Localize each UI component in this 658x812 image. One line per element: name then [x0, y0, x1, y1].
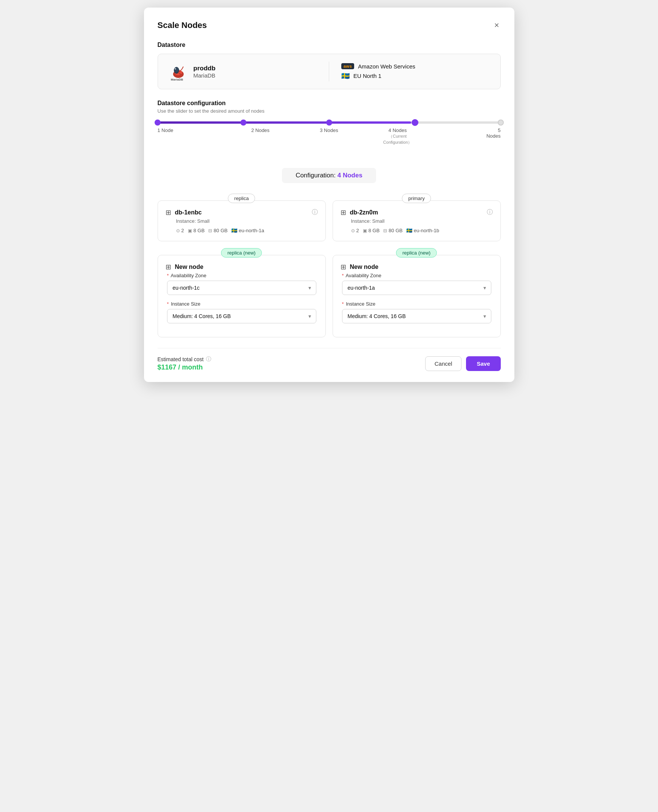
- node-card-wrapper-2: replica (new) ⊞ New node * Availability …: [158, 248, 326, 338]
- config-display-box: Configuration: 4 Nodes: [282, 168, 376, 183]
- node-instance-1: Instance: Small: [351, 218, 493, 224]
- region-row: 🇸🇪 EU North 1: [341, 72, 490, 80]
- slider-label-3: 3 Nodes: [295, 127, 363, 145]
- region-flag: 🇸🇪: [341, 72, 349, 80]
- cost-section: Estimated total cost ⓘ $1167 / month: [158, 356, 211, 371]
- node-badge-3: replica (new): [396, 248, 437, 258]
- config-value: 4 Nodes: [337, 172, 362, 179]
- provider-row: aws Amazon Web Services: [341, 63, 490, 69]
- info-icon-0[interactable]: ⓘ: [312, 208, 318, 216]
- slider-thumb-5[interactable]: [498, 119, 504, 126]
- spec-cpu-1: ⊙ 2: [351, 228, 359, 233]
- size-field-group-2: * Instance Size Small: 2 Cores, 8 GB Med…: [166, 301, 318, 324]
- node-badge-1: primary: [402, 194, 431, 203]
- size-label-3: * Instance Size: [342, 301, 491, 307]
- node-card-header-1: ⊞ db-2zn0m ⓘ: [340, 208, 493, 217]
- slider-label-4: 4 Nodes（CurrentConfiguration）: [363, 127, 432, 145]
- new-node-title-2: New node: [175, 264, 204, 270]
- node-name-row-3: ⊞ New node: [340, 263, 379, 271]
- node-instance-0: Instance: Small: [176, 218, 318, 224]
- config-text: Configuration:: [296, 172, 335, 179]
- db-type: MariaDB: [194, 72, 216, 79]
- modal-footer: Estimated total cost ⓘ $1167 / month Can…: [158, 348, 501, 371]
- node-specs-0: ⊙ 2 ▣ 8 GB ⊟ 80 GB 🇸🇪 eu-north-1a: [176, 228, 318, 233]
- slider-thumb-2[interactable]: [240, 119, 246, 126]
- close-button[interactable]: ×: [493, 20, 501, 31]
- db-name: proddb: [194, 65, 216, 72]
- save-button[interactable]: Save: [466, 356, 500, 371]
- mariadb-logo: MariaDB: [169, 62, 188, 81]
- node-name-row-1: ⊞ db-2zn0m: [340, 208, 378, 217]
- spec-region-1: 🇸🇪 eu-north-1b: [406, 228, 439, 233]
- svg-text:MariaDB: MariaDB: [171, 78, 183, 81]
- az-label-3: * Availability Zone: [342, 273, 491, 278]
- config-subtitle: Use the slider to set the desired amount…: [158, 108, 501, 114]
- node-badge-2: replica (new): [221, 248, 262, 258]
- node-card-1: ⊞ db-2zn0m ⓘ Instance: Small ⊙ 2 ▣ 8 GB …: [332, 201, 501, 241]
- node-name-1: db-2zn0m: [350, 209, 378, 216]
- scale-nodes-modal: Scale Nodes × Datastore MariaDB prod: [144, 8, 514, 382]
- modal-title: Scale Nodes: [158, 20, 207, 30]
- az-label-2: * Availability Zone: [167, 273, 316, 278]
- cost-amount: $1167 / month: [158, 363, 211, 371]
- az-field-group-3: * Availability Zone eu-north-1a eu-north…: [340, 273, 493, 295]
- spec-disk-0: ⊟ 80 GB: [208, 228, 227, 233]
- slider-fill: [158, 121, 412, 124]
- aws-badge: aws: [341, 63, 354, 69]
- footer-buttons: Cancel Save: [425, 356, 501, 371]
- node-card-header-2: ⊞ New node: [166, 263, 318, 271]
- node-name-row-0: ⊞ db-1enbc: [166, 208, 202, 217]
- new-node-title-3: New node: [350, 264, 379, 270]
- provider-name: Amazon Web Services: [358, 63, 415, 69]
- server-icon-1: ⊞: [340, 208, 346, 217]
- slider-thumb-1[interactable]: [155, 119, 161, 126]
- az-field-group-2: * Availability Zone eu-north-1a eu-north…: [166, 273, 318, 295]
- node-card-wrapper-1: primary ⊞ db-2zn0m ⓘ Instance: Small ⊙ 2…: [332, 194, 501, 241]
- spec-ram-1: ▣ 8 GB: [363, 228, 380, 233]
- az-select-3[interactable]: eu-north-1a eu-north-1b eu-north-1c: [342, 281, 491, 295]
- spec-disk-1: ⊟ 80 GB: [383, 228, 403, 233]
- slider-label-2: 2 Nodes: [226, 127, 295, 145]
- node-card-wrapper-3: replica (new) ⊞ New node * Availability …: [332, 248, 501, 338]
- slider-thumb-3[interactable]: [326, 119, 332, 126]
- svg-point-3: [175, 67, 179, 72]
- node-name-row-2: ⊞ New node: [166, 263, 204, 271]
- node-card-3: ⊞ New node * Availability Zone eu-north-…: [332, 255, 501, 338]
- server-icon-0: ⊞: [166, 208, 171, 217]
- node-card-0: ⊞ db-1enbc ⓘ Instance: Small ⊙ 2 ▣ 8 GB …: [158, 201, 326, 241]
- cost-label: Estimated total cost ⓘ: [158, 356, 211, 363]
- cancel-button[interactable]: Cancel: [425, 356, 462, 371]
- node-card-header-0: ⊞ db-1enbc ⓘ: [166, 208, 318, 217]
- size-select-2[interactable]: Small: 2 Cores, 8 GB Medium: 4 Cores, 16…: [167, 309, 316, 324]
- slider-thumb-4[interactable]: [412, 119, 418, 126]
- size-label-2: * Instance Size: [167, 301, 316, 307]
- slider-container: 1 Node 2 Nodes 3 Nodes 4 Nodes（CurrentCo…: [158, 121, 501, 163]
- spec-region-0: 🇸🇪 eu-north-1a: [231, 228, 264, 233]
- slider-label-1: 1 Node: [158, 127, 226, 145]
- az-select-2[interactable]: eu-north-1a eu-north-1b eu-north-1c: [167, 281, 316, 295]
- size-select-3[interactable]: Small: 2 Cores, 8 GB Medium: 4 Cores, 16…: [342, 309, 491, 324]
- size-select-wrapper-2[interactable]: Small: 2 Cores, 8 GB Medium: 4 Cores, 16…: [167, 309, 316, 324]
- cost-info-icon[interactable]: ⓘ: [206, 356, 211, 363]
- node-name-0: db-1enbc: [175, 209, 202, 216]
- spec-cpu-0: ⊙ 2: [176, 228, 184, 233]
- datastore-card: MariaDB proddb MariaDB aws Amazon Web Se…: [158, 54, 501, 89]
- info-icon-1[interactable]: ⓘ: [487, 208, 493, 216]
- config-display: Configuration: 4 Nodes: [158, 168, 501, 183]
- datastore-section-label: Datastore: [158, 42, 501, 49]
- datastore-names: proddb MariaDB: [194, 65, 216, 79]
- size-select-wrapper-3[interactable]: Small: 2 Cores, 8 GB Medium: 4 Cores, 16…: [342, 309, 491, 324]
- size-field-group-3: * Instance Size Small: 2 Cores, 8 GB Med…: [340, 301, 493, 324]
- server-icon-2: ⊞: [166, 263, 171, 271]
- datastore-left: MariaDB proddb MariaDB: [169, 62, 329, 81]
- modal-header: Scale Nodes ×: [158, 20, 501, 31]
- svg-point-4: [175, 68, 176, 69]
- config-section: Datastore configuration Use the slider t…: [158, 100, 501, 183]
- node-card-2: ⊞ New node * Availability Zone eu-north-…: [158, 255, 326, 338]
- az-select-wrapper-2[interactable]: eu-north-1a eu-north-1b eu-north-1c ▾: [167, 281, 316, 295]
- az-select-wrapper-3[interactable]: eu-north-1a eu-north-1b eu-north-1c ▾: [342, 281, 491, 295]
- slider-track[interactable]: [158, 121, 501, 124]
- node-card-wrapper-0: replica ⊞ db-1enbc ⓘ Instance: Small ⊙ 2…: [158, 194, 326, 241]
- slider-label-5: 5Nodes: [432, 127, 501, 145]
- datastore-right: aws Amazon Web Services 🇸🇪 EU North 1: [341, 63, 490, 80]
